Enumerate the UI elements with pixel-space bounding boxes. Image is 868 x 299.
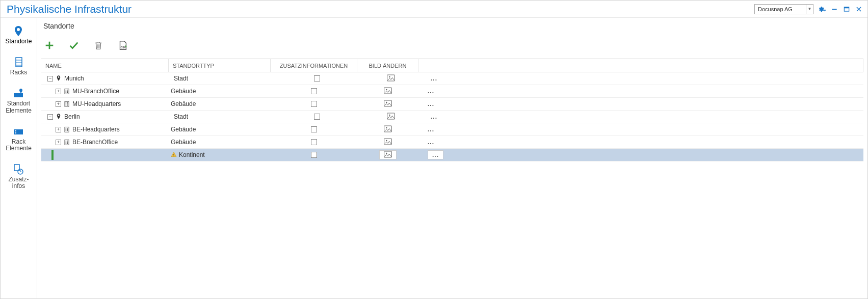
column-header-extra[interactable]: Zusatzinformationen <box>271 59 357 72</box>
svg-rect-40 <box>66 128 66 128</box>
image-icon[interactable] <box>387 74 395 83</box>
svg-point-47 <box>386 127 387 128</box>
export-csv-button[interactable]: csv <box>117 39 129 51</box>
row-actions-button[interactable]: ... <box>431 75 437 82</box>
image-icon[interactable] <box>384 138 392 147</box>
expander-icon[interactable]: + <box>56 89 61 94</box>
close-icon <box>855 6 862 13</box>
org-selector[interactable]: Docusnap AG ▼ <box>754 4 813 14</box>
row-actions-button[interactable]: ... <box>428 88 434 95</box>
rack-icon <box>13 56 25 68</box>
svg-rect-9 <box>15 130 16 131</box>
svg-rect-43 <box>67 129 68 129</box>
expander-icon[interactable]: + <box>56 101 61 107</box>
cell-extra <box>271 136 357 148</box>
svg-rect-19 <box>65 89 69 94</box>
row-type-value: Kontinent <box>179 151 205 158</box>
building-icon <box>63 139 70 146</box>
minimize-icon <box>831 6 838 13</box>
cell-actions: ... <box>418 123 863 135</box>
svg-rect-22 <box>66 91 66 91</box>
svg-rect-35 <box>384 100 392 106</box>
checkbox[interactable] <box>311 139 317 145</box>
sidenav-label: Standorte <box>5 38 32 45</box>
svg-rect-2 <box>844 7 849 8</box>
row-actions-button[interactable]: ... <box>431 113 437 120</box>
checkbox[interactable] <box>311 88 317 94</box>
cell-type: Gebäude <box>169 123 271 135</box>
sidenav-item-racks[interactable]: Racks <box>10 56 27 76</box>
svg-rect-42 <box>66 129 66 129</box>
svg-rect-55 <box>384 139 392 145</box>
rack-elements-icon <box>12 125 24 138</box>
image-icon[interactable] <box>384 125 392 134</box>
row-actions-button[interactable]: ... <box>428 139 434 146</box>
cell-extra <box>271 98 357 110</box>
sidenav-item-rack-elemente[interactable]: RackElemente <box>6 125 32 152</box>
svg-rect-21 <box>67 90 68 90</box>
cell-image <box>360 111 422 123</box>
table-row[interactable]: −MunichStadt... <box>41 72 863 85</box>
cell-actions: ... <box>422 111 863 123</box>
row-name: BE-BranchOffice <box>72 139 118 146</box>
image-icon[interactable] <box>387 113 395 121</box>
cell-type: Gebäude <box>169 98 271 110</box>
expander-icon[interactable]: + <box>56 127 61 132</box>
csv-export-icon: csv <box>117 40 128 51</box>
add-button[interactable] <box>43 39 56 51</box>
grid-header: Name Standorttyp Zusatzinformationen Bil… <box>41 59 863 72</box>
table-row-new[interactable]: Kontinent... <box>41 149 863 161</box>
minimize-button[interactable] <box>830 5 839 14</box>
trash-icon <box>93 40 104 51</box>
column-header-actions <box>418 59 863 72</box>
close-button[interactable] <box>854 5 863 14</box>
column-header-type[interactable]: Standorttyp <box>169 59 271 72</box>
cell-extra <box>271 123 357 135</box>
expander-icon[interactable]: − <box>47 114 53 120</box>
maximize-button[interactable] <box>842 5 851 14</box>
checkbox[interactable] <box>314 114 320 120</box>
image-icon[interactable] <box>384 87 392 96</box>
svg-rect-0 <box>832 9 836 10</box>
column-header-image[interactable]: Bild ändern <box>357 59 418 72</box>
cell-type: Gebäude <box>169 136 271 148</box>
checkbox[interactable] <box>311 101 317 107</box>
svg-rect-48 <box>65 140 69 145</box>
cell-name <box>41 149 169 161</box>
checkbox[interactable] <box>311 152 317 158</box>
save-button[interactable] <box>68 39 80 51</box>
cell-actions: ... <box>418 85 863 97</box>
row-actions-button[interactable]: ... <box>428 150 443 159</box>
delete-button[interactable] <box>92 39 104 51</box>
checkbox[interactable] <box>314 75 320 81</box>
chevron-down-icon[interactable]: ▼ <box>806 5 813 14</box>
sidenav-item-zusatzinfos[interactable]: Zusatz-infos <box>8 163 29 189</box>
table-row[interactable]: +MU-BranchOfficeGebäude... <box>41 85 863 98</box>
table-row[interactable]: +BE-BranchOfficeGebäude... <box>41 136 863 149</box>
svg-rect-39 <box>65 127 69 132</box>
table-row[interactable]: +BE-HeadquartersGebäude... <box>41 123 863 136</box>
cell-name: −Berlin <box>44 111 172 123</box>
image-icon[interactable] <box>384 100 392 108</box>
image-picker[interactable] <box>379 150 397 159</box>
cell-image <box>360 72 422 85</box>
expander-icon[interactable]: + <box>56 140 61 145</box>
table-row[interactable]: +MU-HeadquartersGebäude... <box>41 98 863 111</box>
checkbox[interactable] <box>311 126 317 132</box>
cell-type[interactable]: Kontinent <box>169 149 271 161</box>
table-row[interactable]: −BerlinStadt... <box>41 111 863 123</box>
cell-name: +BE-BranchOffice <box>41 136 169 148</box>
expander-icon[interactable]: − <box>47 76 53 81</box>
sidenav-item-standorte[interactable]: Standorte <box>5 25 32 45</box>
sidenav-item-standort-elemente[interactable]: StandortElemente <box>6 87 32 114</box>
additional-info-icon <box>12 163 24 175</box>
cell-name: +MU-BranchOffice <box>41 85 169 97</box>
row-actions-button[interactable]: ... <box>428 100 434 107</box>
settings-button[interactable]: ▼ <box>818 5 827 14</box>
row-actions-button[interactable]: ... <box>428 126 434 133</box>
window-controls: ▼ <box>818 5 863 14</box>
column-header-name[interactable]: Name <box>41 59 169 72</box>
row-name: MU-BranchOffice <box>72 88 119 95</box>
svg-rect-45 <box>67 130 68 131</box>
page-title: Physikalische Infrastruktur <box>5 3 131 15</box>
